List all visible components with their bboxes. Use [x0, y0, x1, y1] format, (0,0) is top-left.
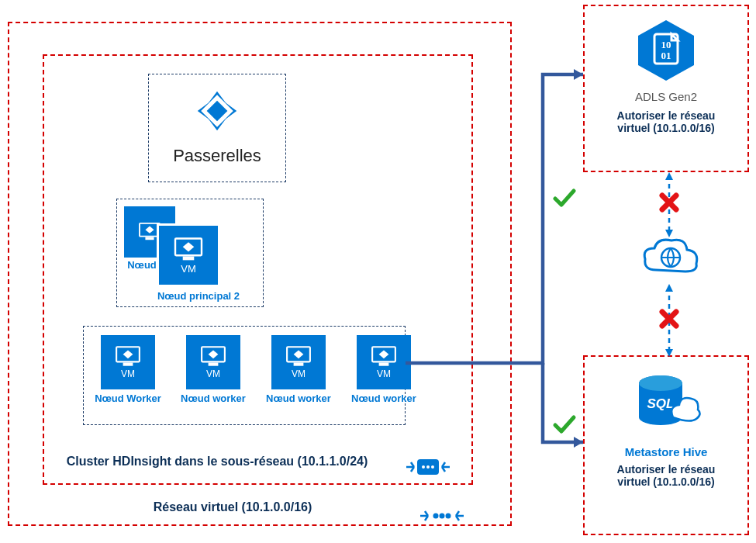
worker-4-vm: VM	[357, 335, 411, 389]
worker-row: VM Nœud Worker VM Nœud worker VM Nœud wo…	[93, 335, 419, 404]
check-hive	[552, 413, 577, 441]
sql-icon: SQL	[631, 371, 701, 441]
worker-1-vm: VM	[101, 335, 155, 389]
svg-rect-22	[294, 362, 304, 365]
hive-box: SQL Metastore Hive Autoriser le réseau v…	[583, 355, 749, 535]
cross-bottom	[659, 309, 679, 334]
adls-title: ADLS Gen2	[635, 90, 697, 103]
gateways-label: Passerelles	[173, 146, 261, 166]
cross-top	[659, 192, 679, 218]
svg-text:SQL: SQL	[647, 396, 675, 411]
worker-2: VM Nœud worker	[178, 335, 248, 404]
worker-4: VM Nœud worker	[349, 335, 419, 404]
svg-rect-14	[145, 237, 154, 240]
svg-rect-19	[202, 347, 225, 361]
svg-point-32	[661, 248, 680, 267]
gateway-icon	[182, 81, 252, 141]
svg-marker-33	[574, 69, 583, 80]
svg-point-30	[639, 375, 682, 391]
svg-rect-23	[372, 347, 395, 361]
check-adls	[552, 186, 577, 215]
adls-icon: 10 01	[633, 17, 699, 84]
svg-rect-20	[209, 362, 219, 365]
worker-2-vm: VM	[186, 335, 240, 389]
worker-1: VM Nœud Worker	[93, 335, 163, 404]
svg-rect-15	[175, 238, 202, 255]
adls-box: 10 01 ADLS Gen2 Autoriser le réseau virt…	[583, 5, 749, 172]
hive-title: Metastore Hive	[625, 445, 708, 458]
svg-marker-39	[665, 284, 673, 292]
subnet-label: Cluster HDInsight dans le sous-réseau (1…	[62, 455, 372, 469]
svg-marker-37	[665, 230, 673, 237]
svg-rect-16	[183, 256, 195, 260]
hive-auth-label: Autoriser le réseau virtuel (10.1.0.0/16…	[600, 463, 732, 488]
svg-rect-18	[123, 362, 133, 365]
internet-icon	[640, 236, 701, 284]
vnet-label: Réseau virtuel (10.1.0.0/16)	[93, 500, 372, 514]
worker-3-vm: VM	[271, 335, 326, 389]
vm-text: VM	[181, 263, 196, 275]
svg-marker-36	[665, 172, 673, 180]
worker-3: VM Nœud worker	[264, 335, 333, 404]
svg-rect-24	[379, 362, 389, 365]
svg-text:01: 01	[661, 50, 671, 61]
gateways-box: Passerelles	[148, 74, 286, 182]
headnode-2-vm: VM	[157, 223, 220, 287]
adls-auth-label: Autoriser le réseau virtuel (10.1.0.0/16…	[600, 109, 732, 134]
svg-marker-25	[638, 20, 694, 81]
svg-rect-17	[116, 347, 140, 361]
svg-text:10: 10	[661, 39, 671, 50]
headnode-1-label: Nœud	[123, 259, 161, 271]
svg-rect-26	[654, 34, 678, 64]
svg-rect-21	[287, 347, 310, 361]
svg-point-29	[639, 375, 682, 391]
headnode-2-label: Nœud principal 2	[144, 290, 253, 302]
